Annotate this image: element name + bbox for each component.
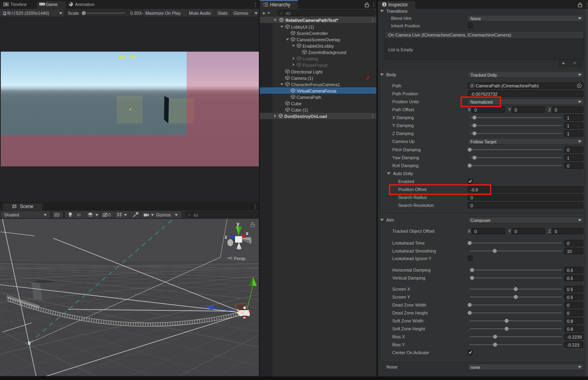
- svg-text:B: B: [28, 341, 31, 345]
- svg-text:y: y: [237, 221, 239, 227]
- svg-text:Persp: Persp: [234, 256, 245, 261]
- svg-text:0: 0: [108, 213, 111, 217]
- svg-text:#: #: [471, 84, 473, 88]
- svg-text:z: z: [225, 234, 227, 240]
- svg-text:›: ›: [25, 341, 27, 345]
- svg-text:x: x: [246, 231, 249, 236]
